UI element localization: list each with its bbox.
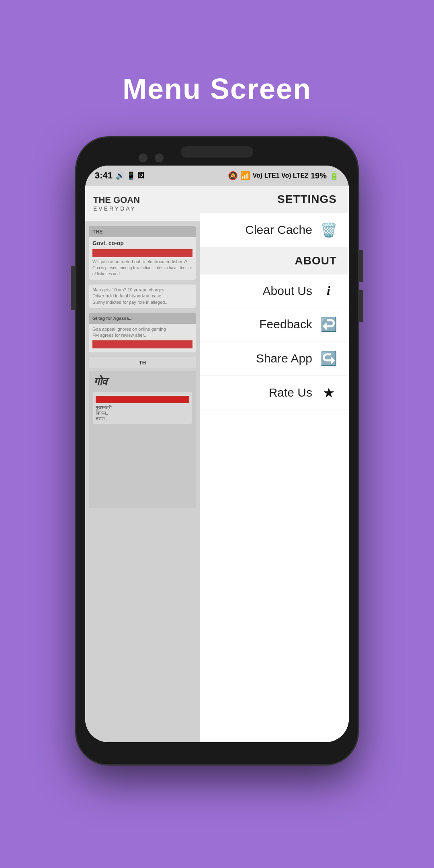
phone-notch [181,146,253,158]
headline-1: Govt. co-op [92,240,192,248]
status-right: 🔕 📶 Vo) LTE1 Vo) LTE2 19% 🔋 [228,171,339,180]
about-section-header: ABOUT [200,247,349,274]
news-card-1: THE Govt. co-op Will justice be meted ou… [89,226,196,280]
signal-display: Vo) LTE1 Vo) LTE2 [253,172,308,179]
status-indicators: 🔊 📱 🖼 [116,171,145,180]
app-content: THE GOAN EVERYDAY THE Govt. co-op Will j… [85,186,349,742]
star-icon: ★ [319,385,338,401]
share-icon: ↪️ [319,350,338,366]
volume-up-button[interactable] [358,250,363,282]
feedback-icon: ↩️ [319,316,338,332]
newspaper-name: THE GOAN [93,195,140,205]
phone-screen: 3:41 🔊 📱 🖼 🔕 📶 Vo) LTE1 Vo) LTE2 19% 🔋 T… [85,166,349,742]
second-card-accent [96,396,189,403]
newspaper-header: THE GOAN EVERYDAY [85,186,200,222]
menu-panel: SETTINGS Clear Cache 🗑️ ABOUT About Us i… [200,186,349,742]
page-title: Menu Screen [123,72,311,105]
camera-right [155,154,164,162]
second-newspaper: गोव मुख्यमंत्रीकिञ्ज...तराण... [89,371,196,508]
news-card-content-3: Goa appeal ignores on online gamingFM ag… [89,324,196,352]
news-card-content-2: Man gets 10 yrs? 10 yr rape charges Driv… [89,285,196,308]
news-body-3: Goa appeal ignores on online gamingFM ag… [92,326,192,339]
news-card-header-3: GI tag for Agassa... [89,313,196,324]
battery-display: 19% [311,171,327,180]
news-body-1: Will justice be meted out to electrocute… [92,259,192,277]
status-left: 3:41 🔊 📱 🖼 [95,170,145,181]
second-card-1: मुख्यमंत्रीकिञ्ज...तराण... [93,392,192,424]
newspaper-content: THE Govt. co-op Will justice be meted ou… [85,222,200,742]
news-card-2: Man gets 10 yrs? 10 yr rape charges Driv… [89,285,196,308]
power-button[interactable] [71,266,76,310]
volume-down-button[interactable] [358,290,363,322]
feedback-label: Feedback [259,317,312,331]
rate-us-label: Rate Us [269,386,312,399]
rate-us-menu-item[interactable]: Rate Us ★ [200,376,349,410]
clear-cache-label: Clear Cache [245,223,312,237]
second-card-content: मुख्यमंत्रीकिञ्ज...तराण... [96,405,189,422]
trash-icon: 🗑️ [319,222,338,238]
news-card-content-1: Govt. co-op Will justice be meted out to… [89,237,196,280]
wifi-icon: 📶 [240,171,250,180]
mute-icon: 🔕 [228,171,238,180]
battery-icon: 🔋 [329,171,339,180]
clear-cache-menu-item[interactable]: Clear Cache 🗑️ [200,213,349,247]
camera-left [139,154,147,162]
news-card-3: GI tag for Agassa... Goa appeal ignores … [89,313,196,352]
news-card-header-1: THE [89,226,196,237]
card-accent-3 [92,340,192,348]
info-icon: i [319,283,338,298]
news-body-2: Man gets 10 yrs? 10 yr rape charges Driv… [92,287,192,305]
newspaper-subtitle: EVERYDAY [93,205,140,212]
newspaper-footer: TH [89,357,196,368]
newspaper-background: THE GOAN EVERYDAY THE Govt. co-op Will j… [85,186,200,742]
newspaper-logo: THE GOAN EVERYDAY [93,195,140,211]
phone-mockup: 3:41 🔊 📱 🖼 🔕 📶 Vo) LTE1 Vo) LTE2 19% 🔋 T… [76,137,358,764]
second-newspaper-title: गोव [93,375,192,389]
feedback-menu-item[interactable]: Feedback ↩️ [200,307,349,342]
share-app-menu-item[interactable]: Share App ↪️ [200,342,349,376]
about-us-label: About Us [263,284,312,298]
card-accent-1 [92,249,192,257]
settings-section-header: SETTINGS [200,186,349,213]
time-display: 3:41 [95,170,113,181]
about-us-menu-item[interactable]: About Us i [200,274,349,307]
status-bar: 3:41 🔊 📱 🖼 🔕 📶 Vo) LTE1 Vo) LTE2 19% 🔋 [85,166,349,186]
share-app-label: Share App [256,352,312,365]
